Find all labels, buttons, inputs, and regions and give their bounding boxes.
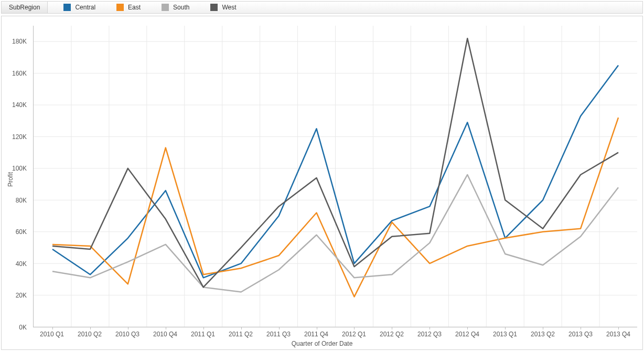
y-tick-label: 0K bbox=[19, 324, 27, 331]
y-tick-label: 60K bbox=[16, 228, 27, 236]
plot-region[interactable] bbox=[33, 26, 637, 327]
x-tick-label: 2010 Q4 bbox=[153, 331, 177, 338]
y-tick-label: 180K bbox=[12, 38, 27, 45]
x-tick-label: 2013 Q2 bbox=[531, 331, 555, 338]
y-tick-label: 40K bbox=[16, 260, 27, 268]
y-tick-label: 160K bbox=[12, 70, 27, 77]
series-line-central[interactable] bbox=[52, 66, 618, 278]
x-tick-label: 2013 Q1 bbox=[493, 331, 517, 338]
legend-title: SubRegion bbox=[2, 2, 48, 13]
x-tick-label: 2012 Q1 bbox=[342, 331, 366, 338]
x-tick-label: 2012 Q3 bbox=[417, 331, 442, 338]
x-axis-labels: 2010 Q12010 Q22010 Q32010 Q42011 Q12011 … bbox=[33, 331, 637, 339]
series-lines bbox=[34, 26, 637, 327]
x-tick-label: 2013 Q4 bbox=[606, 331, 630, 338]
x-tick-label: 2011 Q3 bbox=[266, 331, 291, 338]
y-tick-label: 140K bbox=[12, 101, 27, 109]
legend-items: Central East South West bbox=[48, 4, 236, 11]
legend-label: West bbox=[222, 4, 236, 11]
x-tick-label: 2010 Q1 bbox=[40, 331, 64, 338]
legend-item-central[interactable]: Central bbox=[63, 4, 95, 11]
chart-area: Profit Quarter of Order Date 0K20K40K60K… bbox=[1, 16, 643, 350]
legend-label: Central bbox=[75, 4, 95, 11]
legend-item-east[interactable]: East bbox=[116, 4, 141, 11]
x-tick-label: 2011 Q2 bbox=[229, 331, 253, 338]
x-tick-label: 2010 Q2 bbox=[78, 331, 102, 338]
y-tick-label: 120K bbox=[12, 133, 27, 141]
swatch-icon bbox=[63, 4, 71, 11]
y-tick-label: 80K bbox=[16, 197, 27, 204]
x-tick-label: 2011 Q1 bbox=[191, 331, 215, 338]
swatch-icon bbox=[210, 4, 218, 11]
x-tick-label: 2012 Q2 bbox=[380, 331, 404, 338]
x-tick-label: 2013 Q3 bbox=[568, 331, 593, 338]
legend-item-west[interactable]: West bbox=[210, 4, 236, 11]
legend-label: East bbox=[128, 4, 141, 11]
swatch-icon bbox=[116, 4, 124, 11]
x-axis-title: Quarter of Order Date bbox=[292, 340, 353, 347]
legend-item-south[interactable]: South bbox=[162, 4, 189, 11]
x-tick-label: 2010 Q3 bbox=[115, 331, 139, 338]
x-tick-label: 2011 Q4 bbox=[304, 331, 328, 338]
y-tick-label: 100K bbox=[12, 165, 27, 172]
swatch-icon bbox=[162, 4, 169, 11]
legend-bar: SubRegion Central East South West bbox=[1, 1, 643, 14]
y-axis-labels: 0K20K40K60K80K100K120K140K160K180K bbox=[2, 26, 30, 327]
x-tick-label: 2012 Q4 bbox=[455, 331, 479, 338]
series-line-east[interactable] bbox=[52, 118, 618, 296]
y-tick-label: 20K bbox=[16, 292, 27, 299]
legend-label: South bbox=[173, 4, 189, 11]
